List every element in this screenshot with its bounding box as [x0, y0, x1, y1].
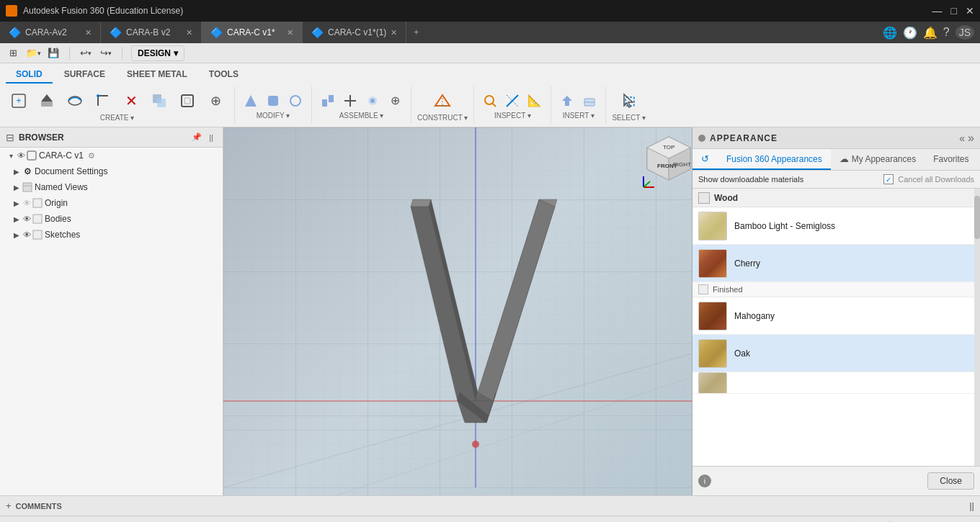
expand-origin[interactable]: ▶: [12, 198, 22, 208]
construct-label[interactable]: CONSTRUCT ▾: [417, 114, 468, 122]
modify-btn2[interactable]: [263, 91, 283, 110]
category-wood[interactable]: Wood: [692, 189, 974, 207]
orbit-button[interactable]: ⊕: [829, 520, 843, 523]
show-downloads-checkbox[interactable]: ✓: [883, 174, 894, 184]
vis-sketches[interactable]: 👁: [22, 230, 32, 240]
assemble-btn4[interactable]: ⊕: [385, 91, 405, 110]
item-mahogany[interactable]: Mahogany: [692, 297, 974, 335]
extrude-button[interactable]: [34, 89, 60, 112]
new-component-button[interactable]: +: [6, 89, 32, 112]
nav-start-button[interactable]: ⏮: [6, 520, 20, 523]
delete-button[interactable]: ✕: [118, 89, 144, 112]
appearance-scrollbar-thumb[interactable]: [974, 196, 980, 239]
design-workspace-button[interactable]: DESIGN ▾: [131, 45, 184, 61]
tab-close-cara-cv1[interactable]: ✕: [287, 28, 293, 37]
ap-tab-favorites[interactable]: Favorites: [925, 149, 977, 170]
insert-btn2[interactable]: [579, 91, 600, 110]
modify-btn3[interactable]: [285, 91, 306, 110]
expand-doc-settings[interactable]: ▶: [12, 166, 22, 176]
expand-bodies[interactable]: ▶: [12, 214, 22, 224]
vis-origin[interactable]: 👁: [22, 198, 32, 208]
settings-icon-root[interactable]: ⚙: [86, 150, 97, 161]
view-selector-button[interactable]: ▭: [922, 520, 937, 523]
tab-cara-av2[interactable]: 🔷 CARA-Av2 ✕: [0, 22, 101, 43]
insert-label[interactable]: INSERT ▾: [563, 112, 594, 120]
construct-main-button[interactable]: [429, 89, 455, 112]
help-icon[interactable]: ?: [943, 26, 950, 39]
select-label[interactable]: SELECT ▾: [612, 114, 646, 122]
inspect-btn3[interactable]: 📐: [525, 91, 545, 110]
browser-collapse-btn[interactable]: ||: [205, 132, 217, 143]
expand-named-views[interactable]: ▶: [12, 182, 22, 192]
tree-item-sketches[interactable]: ▶ 👁 Sketches: [0, 227, 223, 243]
appearance-collapse-icon[interactable]: »: [968, 132, 974, 145]
appearance-scrollbar[interactable]: [974, 189, 980, 466]
inspect-label[interactable]: INSPECT ▾: [494, 112, 531, 120]
pan-button[interactable]: ✋: [847, 520, 862, 523]
nav-end-button[interactable]: ⏭: [81, 520, 95, 523]
combine-button[interactable]: [146, 89, 172, 112]
subcategory-finished[interactable]: Finished: [692, 282, 974, 297]
notification-icon[interactable]: 🔔: [923, 26, 937, 40]
tab-surface[interactable]: SURFACE: [54, 66, 115, 84]
inspect-btn2[interactable]: [502, 91, 522, 110]
appearance-expand-icon[interactable]: «: [959, 132, 965, 144]
maximize-button[interactable]: □: [951, 5, 957, 17]
viewcube[interactable]: FRONT TOP RIGHT: [640, 133, 686, 179]
expand-sketches[interactable]: ▶: [12, 230, 22, 240]
insert-btn1[interactable]: [557, 91, 577, 110]
assemble-btn2[interactable]: [340, 91, 360, 110]
item-oak[interactable]: Oak: [692, 335, 974, 372]
tree-item-root[interactable]: ▾ 👁 CARA-C v1 ⚙: [0, 148, 223, 163]
item-bamboo[interactable]: Bamboo Light - Semigloss: [692, 207, 974, 245]
select-button[interactable]: [616, 89, 642, 112]
tree-item-doc-settings[interactable]: ▶ ⚙ Document Settings: [0, 163, 223, 179]
display-mode-button[interactable]: ⊟: [960, 520, 974, 523]
tree-item-named-views[interactable]: ▶ Named Views: [0, 179, 223, 195]
fit-button[interactable]: ⊙: [904, 520, 918, 523]
orbit2-button[interactable]: ↺: [866, 520, 881, 523]
item-cherry[interactable]: Cherry: [692, 245, 974, 282]
cancel-downloads-link[interactable]: Cancel all Downloads: [898, 175, 974, 184]
info-button[interactable]: i: [698, 474, 711, 487]
redo-button[interactable]: ↪▾: [99, 46, 113, 60]
nav-play-button[interactable]: ▶: [43, 520, 58, 523]
modify-label[interactable]: MODIFY ▾: [257, 112, 290, 120]
nav-prev-button[interactable]: ◀: [24, 520, 39, 523]
vis-root[interactable]: 👁: [16, 150, 26, 161]
modify-btn1[interactable]: [241, 91, 261, 110]
browser-collapse-icon[interactable]: ⊟: [6, 132, 14, 143]
tab-close-cara-bv2[interactable]: ✕: [186, 28, 192, 37]
save-button[interactable]: 💾: [46, 46, 61, 60]
revolve-button[interactable]: [62, 89, 88, 112]
ap-tab-refresh[interactable]: ↺: [692, 149, 718, 170]
tree-item-bodies[interactable]: ▶ 👁 Bodies: [0, 211, 223, 227]
expand-root[interactable]: ▾: [6, 150, 16, 161]
tab-close-cara-cv1-1[interactable]: ✕: [391, 28, 397, 37]
tab-solid[interactable]: SOLID: [6, 66, 53, 84]
new-tab-button[interactable]: +: [406, 22, 426, 43]
minimize-button[interactable]: —: [932, 5, 943, 17]
close-button[interactable]: ✕: [966, 5, 974, 17]
assemble-btn1[interactable]: [318, 91, 338, 110]
tab-cara-bv2[interactable]: 🔷 CARA-B v2 ✕: [101, 22, 202, 43]
assemble-label[interactable]: ASSEMBLE ▾: [339, 112, 384, 120]
viewport[interactable]: FRONT TOP RIGHT: [223, 127, 692, 495]
tab-close-cara-av2[interactable]: ✕: [85, 28, 92, 37]
user-icon[interactable]: JS: [956, 25, 974, 40]
tab-sheet-metal[interactable]: SHEET METAL: [117, 66, 197, 84]
create-label[interactable]: CREATE ▾: [100, 114, 135, 122]
shell-button[interactable]: [174, 89, 200, 112]
file-menu-button[interactable]: 📁 ▾: [26, 46, 40, 60]
undo-button[interactable]: ↩▾: [79, 46, 93, 60]
ap-tab-fusion360[interactable]: Fusion 360 Appearances: [718, 149, 831, 170]
ap-tab-my[interactable]: ☁ My Appearances: [831, 149, 925, 170]
tab-tools[interactable]: TOOLS: [199, 66, 249, 84]
grid-menu-icon[interactable]: ⊞: [6, 46, 20, 60]
tree-item-origin[interactable]: ▶ 👁 Origin: [0, 195, 223, 211]
zoom-button[interactable]: 🔍: [885, 520, 899, 523]
move-button[interactable]: ⊕: [202, 89, 228, 112]
nav-next-button[interactable]: ▶▶: [62, 520, 76, 523]
tab-cara-cv1-1[interactable]: 🔷 CARA-C v1*(1) ✕: [303, 22, 406, 43]
comments-expand-button[interactable]: +: [6, 500, 12, 511]
